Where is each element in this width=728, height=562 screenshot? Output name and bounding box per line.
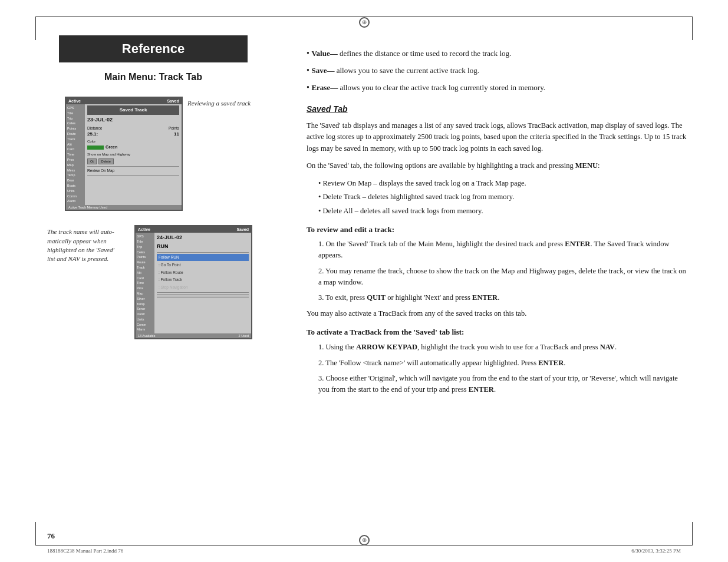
device1-content: Saved Track 23-JUL-02 DistancePoints 25.… [85,104,182,205]
device1-footer: Active Track Memory Used [66,205,182,210]
device2-menu-item-4: : Follow Track [157,276,249,283]
device1-caption: Reviewing a saved track [187,99,264,108]
main-menu-title: Main Menu: Track Tab [59,72,248,82]
device2-labels: GPS Title Trip Celes Points Route Track … [136,233,154,333]
device-screenshot-2-row: The track name will auto- matically appe… [47,225,283,344]
tracback-heading: To activate a TracBack from the 'Saved' … [307,326,690,338]
tracback-note: You may also activate a TracBack from an… [307,308,690,319]
footer-right: 6/30/2003, 3:32:25 PM [631,548,681,554]
saved-tab-title: Saved Tab [307,103,690,115]
device-screenshot-1: ActiveSaved GPS Title Trip Celes Points … [65,97,183,211]
review-step-1: 1. On the 'Saved' Track tab of the Main … [318,239,690,261]
device-screenshot-2: ActiveSaved GPS Title Trip Celes Points … [134,225,252,339]
border-right-top [692,16,693,40]
device2-menu-item-1: Follow RUN [157,254,249,261]
device1-header: ActiveSaved [66,98,182,104]
menu-option-1: Review On Map – displays the saved track… [318,178,690,189]
device-screenshot-1-row: ActiveSaved GPS Title Trip Celes Points … [47,97,283,216]
review-step-3: 3. To exit, press QUIT or highlight 'Nex… [318,292,690,303]
page-number: 76 [47,531,55,541]
tracback-step-3: 3. Choose either 'Original', which will … [318,373,690,395]
device2-menu-item-2: : Go To Point [157,262,249,269]
menu-option-3: Delete All – deletes all saved track log… [318,206,690,217]
bullet-value: Value— defines the distance or time used… [307,47,690,59]
bullet-erase: Erase— allows you to clear the active tr… [307,81,690,94]
device2-footer: 13 Available 2 Used [136,333,251,338]
bullet-save: Save— allows you to save the current act… [307,64,690,77]
saved-tab-para1: The 'Saved' tab displays and manages a l… [307,120,690,154]
border-left-bottom [35,522,36,546]
border-right-bottom [692,522,693,546]
left-column: Reference Main Menu: Track Tab ActiveSav… [47,35,283,353]
reg-mark-bottom: ⊕ [359,534,370,546]
review-step-2: 2. You may rename the track, choose to s… [318,266,690,288]
tracback-step-1: 1. Using the ARROW KEYPAD, highlight the… [318,342,690,353]
reference-title: Reference [71,41,236,57]
reference-box: Reference [59,35,248,62]
border-left-top [35,16,36,40]
device2-body: GPS Title Trip Celes Points Route Track … [136,233,251,333]
device1-body: GPS Title Trip Celes Points Route Track … [66,104,182,205]
reg-mark-top: ⊕ [359,16,370,28]
device2-menu-item-3: : Follow Route [157,269,249,276]
device1-dist-field: DistancePoints [87,125,179,131]
device1-values: 25.1: 11 [87,131,179,138]
menu-option-2: Delete Track – deletes highlighted saved… [318,191,690,203]
review-heading: To review and edit a track: [307,224,690,236]
device2-menu-item-5: : Stop Navigation [157,284,249,291]
device1-title: Saved Track [87,105,179,115]
device1-labels: GPS Title Trip Celes Points Route Track … [66,104,85,205]
device2-caption: The track name will auto- matically appe… [47,227,130,264]
saved-tab-para2: On the 'Saved' tab, the following option… [307,160,690,171]
footer-left: 188188C238 Manual Part 2.indd 76 [47,548,123,554]
right-column: Value— defines the distance or time used… [307,47,690,400]
device2-header: ActiveSaved [136,226,251,233]
tracback-step-2: 2. The 'Follow <track name>' will automa… [318,358,690,369]
device2-content: 24-JUL-02 RUN Follow RUN : Go To Point :… [154,233,251,333]
